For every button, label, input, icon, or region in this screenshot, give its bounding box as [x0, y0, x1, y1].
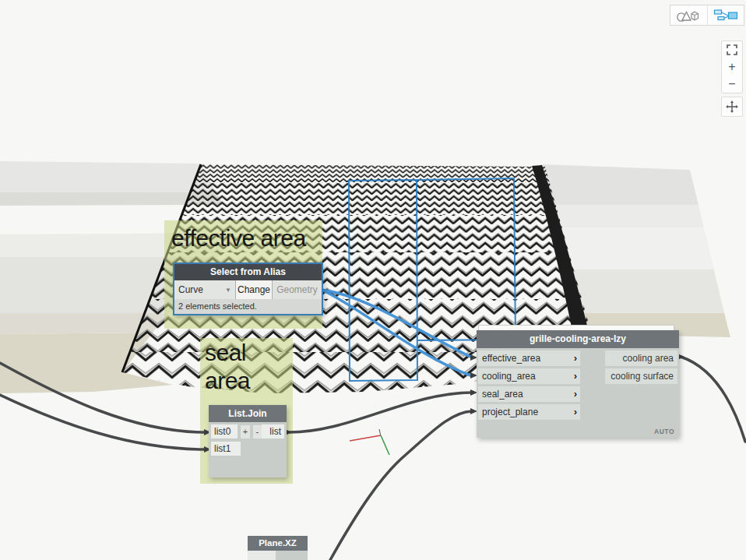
selection-status: 2 elements selected.	[174, 299, 322, 314]
view-switch-toolbar	[670, 5, 744, 26]
port-arrow-icon: ›	[574, 368, 577, 384]
zoom-controls: + −	[721, 41, 743, 93]
node-plane-xz[interactable]: Plane.XZ	[248, 536, 308, 560]
node-list-join[interactable]: List.Join list0 + - list list1	[209, 405, 287, 477]
lacing-mode-badge[interactable]: AUTO	[654, 428, 674, 435]
input-port-seal-area[interactable]: seal_area ›	[478, 386, 580, 402]
output-port-cooling-area[interactable]: cooling area	[605, 350, 677, 366]
geometry-icon	[676, 9, 701, 23]
node-grille-cooling-area-lzy[interactable]: grille-cooling-area-lzy effective_area ›…	[477, 330, 679, 438]
input-port-project-plane[interactable]: project_plane ›	[478, 404, 580, 420]
type-dropdown[interactable]: Curve ▼	[174, 280, 236, 299]
node-title[interactable]: Select from Alias	[174, 264, 322, 280]
graph-view-button-active[interactable]	[707, 5, 744, 25]
port-arrow-icon: ›	[574, 350, 577, 366]
input-port-list1[interactable]: list1	[211, 442, 241, 456]
zoom-in-button[interactable]: +	[722, 58, 742, 76]
input-port-list0[interactable]: list0	[211, 424, 238, 438]
node-title[interactable]: Plane.XZ	[248, 536, 308, 551]
zoom-out-button[interactable]: −	[722, 76, 742, 93]
output-port-list[interactable]: list	[262, 424, 284, 438]
zoom-fit-icon	[727, 44, 737, 55]
geometry-view-button[interactable]	[670, 5, 707, 25]
add-input-button[interactable]: +	[241, 425, 249, 438]
zoom-fit-button[interactable]	[722, 41, 742, 58]
pan-icon	[726, 100, 738, 113]
graph-icon	[713, 9, 738, 22]
node-select-from-alias[interactable]: Select from Alias Curve ▼ Change Geometr…	[173, 262, 323, 315]
port-arrow-icon: ›	[574, 386, 577, 402]
port-arrow-icon: ›	[574, 404, 577, 420]
geometry-button-disabled[interactable]: Geometry	[273, 280, 322, 299]
node-title[interactable]: List.Join	[209, 405, 287, 422]
pan-button[interactable]	[721, 97, 743, 117]
input-port[interactable]	[248, 551, 276, 560]
input-port-effective-area[interactable]: effective_area ›	[478, 350, 580, 366]
chevron-down-icon: ▼	[225, 287, 231, 294]
dropdown-value: Curve	[178, 284, 203, 295]
output-port-cooling-surface[interactable]: cooling surface	[605, 368, 677, 384]
remove-input-button[interactable]: -	[253, 425, 262, 438]
change-button[interactable]: Change	[236, 280, 273, 299]
input-port-cooling-area[interactable]: cooling_area ›	[478, 368, 580, 384]
node-title[interactable]: grille-cooling-area-lzy	[477, 330, 679, 348]
